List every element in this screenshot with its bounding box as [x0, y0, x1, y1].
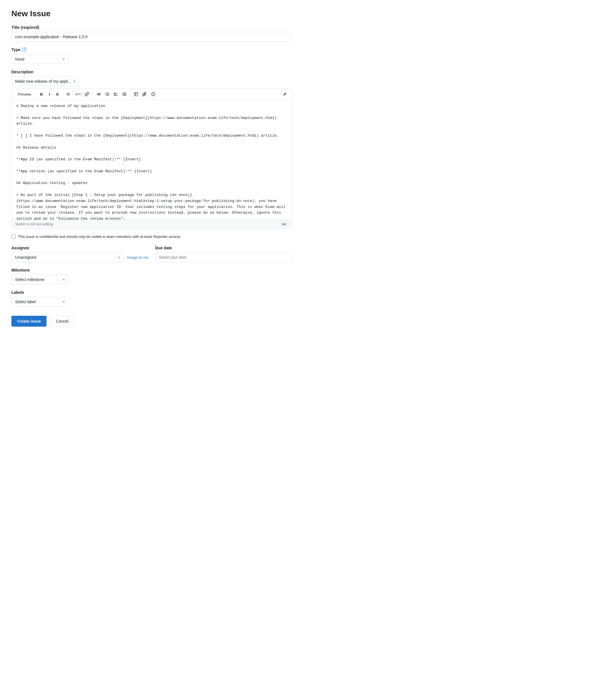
milestone-field-group: Milestone Select milestone ▾: [12, 268, 292, 284]
create-issue-button[interactable]: Create issue: [12, 316, 46, 326]
due-date-label: Due date: [155, 246, 292, 250]
editor-content[interactable]: # Deploy a new release of my application…: [12, 100, 292, 220]
italic-button[interactable]: I: [46, 90, 53, 98]
page-title: New Issue: [12, 9, 292, 18]
confidential-checkbox[interactable]: [12, 234, 16, 239]
description-label: Description: [12, 70, 292, 74]
title-input[interactable]: [12, 32, 292, 42]
description-template-chevron-icon: ▾: [74, 80, 75, 83]
table-button[interactable]: [132, 90, 140, 98]
bold-button[interactable]: B: [38, 90, 45, 98]
svg-rect-4: [114, 95, 115, 96]
svg-rect-5: [134, 92, 138, 96]
assignee-label: Assignee: [12, 246, 148, 250]
labels-select[interactable]: Select label ▾: [12, 297, 68, 306]
description-field-group: Description Make new release of my appli…: [12, 70, 292, 229]
title-label: Title (required): [12, 25, 292, 30]
assignee-group: Assignee Unassigned ▾ Assign to me: [12, 246, 148, 262]
assignee-select[interactable]: Unassigned ▾: [12, 252, 124, 262]
confidential-row: This issue is confidential and should on…: [12, 234, 292, 239]
description-template-select[interactable]: Make new release of my appli... ▾: [12, 77, 79, 86]
labels-chevron-icon: ▾: [63, 300, 65, 304]
type-select[interactable]: Issue ▾: [12, 54, 68, 64]
title-field-group: Title (required): [12, 25, 292, 42]
type-help-icon[interactable]: ?: [22, 47, 27, 52]
milestone-select[interactable]: Select milestone ▾: [12, 275, 68, 284]
cancel-button[interactable]: Cancel: [50, 316, 75, 326]
type-selected-value: Issue: [15, 57, 24, 61]
numbered-list-button[interactable]: [103, 90, 111, 98]
due-date-input[interactable]: [155, 252, 292, 262]
labels-label: Labels: [12, 290, 292, 295]
editor-toolbar: Preview B I S </>: [12, 89, 292, 100]
code-inline-button[interactable]: </>: [73, 90, 82, 98]
toolbar-divider-1: [36, 91, 36, 97]
editor-wrapper: # Deploy a new release of my application…: [12, 100, 292, 220]
milestone-selected-value: Select milestone: [15, 277, 44, 282]
milestone-label: Milestone: [12, 268, 292, 272]
editor-container: Preview B I S </>: [12, 88, 292, 229]
md-badge: Md: [280, 221, 288, 227]
strikethrough-button[interactable]: S: [54, 90, 61, 98]
type-label: Type ?: [12, 47, 292, 52]
svg-point-2: [97, 95, 98, 95]
assignee-duedate-row: Assignee Unassigned ▾ Assign to me Due d…: [12, 246, 292, 262]
due-date-group: Due date: [155, 246, 292, 262]
labels-selected-value: Select label: [15, 299, 36, 304]
toolbar-divider-2: [63, 91, 63, 97]
bullet-list-button[interactable]: [95, 90, 103, 98]
assignee-chevron-icon: ▾: [118, 256, 120, 259]
svg-point-0: [97, 93, 98, 93]
action-buttons: Create issue Cancel: [12, 316, 292, 326]
milestone-chevron-icon: ▾: [63, 278, 65, 281]
editor-preview-tab[interactable]: Preview: [15, 91, 34, 98]
assignee-selected-value: Unassigned: [15, 255, 36, 259]
type-chevron-icon: ▾: [63, 57, 65, 61]
assign-row: Unassigned ▾ Assign to me: [12, 252, 148, 262]
quick-actions-button[interactable]: [149, 90, 157, 98]
assign-to-me-button[interactable]: Assign to me: [127, 255, 148, 259]
expand-editor-button[interactable]: ⇗: [281, 90, 288, 98]
description-template-value: Make new release of my appli...: [15, 79, 71, 84]
editor-footer-text[interactable]: Switch to rich text editing: [15, 222, 53, 226]
heading-button[interactable]: [65, 90, 73, 98]
confidential-label[interactable]: This issue is confidential and should on…: [18, 234, 181, 239]
svg-point-1: [97, 94, 98, 94]
attach-button[interactable]: [141, 90, 149, 98]
type-field-group: Type ? Issue ▾: [12, 47, 292, 64]
indent-button[interactable]: [120, 90, 128, 98]
task-list-button[interactable]: [112, 90, 120, 98]
link-button[interactable]: [83, 90, 91, 98]
toolbar-divider-4: [130, 91, 130, 97]
toolbar-divider-3: [93, 91, 93, 97]
editor-footer: Switch to rich text editing Md: [12, 220, 292, 229]
labels-field-group: Labels Select label ▾: [12, 290, 292, 306]
